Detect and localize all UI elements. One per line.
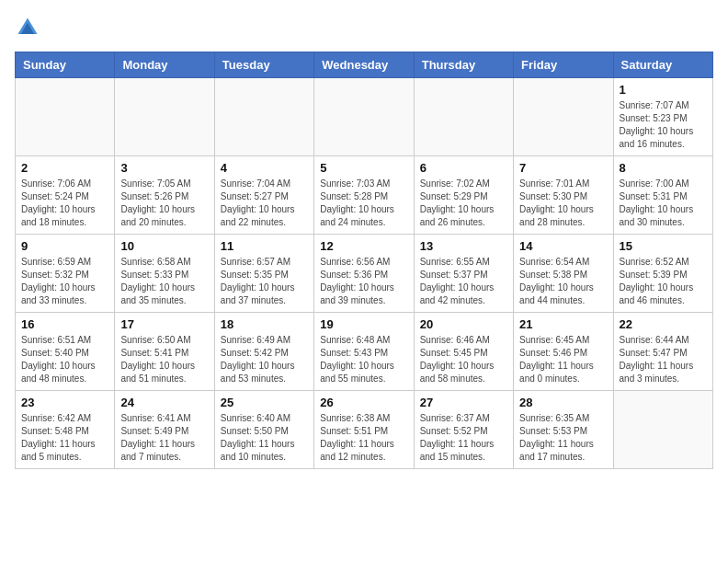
day-info: Sunrise: 6:52 AM Sunset: 5:39 PM Dayligh… [620,256,707,307]
calendar-cell [115,78,214,156]
day-number: 6 [420,161,507,175]
calendar-cell: 21Sunrise: 6:45 AM Sunset: 5:46 PM Dayli… [514,313,613,391]
calendar-cell: 18Sunrise: 6:49 AM Sunset: 5:42 PM Dayli… [214,313,313,391]
weekday-header-monday: Monday [115,52,214,78]
day-info: Sunrise: 6:57 AM Sunset: 5:35 PM Dayligh… [221,256,308,307]
calendar-body: 1Sunrise: 7:07 AM Sunset: 5:23 PM Daylig… [16,78,713,469]
day-info: Sunrise: 6:35 AM Sunset: 5:53 PM Dayligh… [519,412,607,464]
day-info: Sunrise: 6:51 AM Sunset: 5:40 PM Dayligh… [21,334,108,385]
calendar-cell [314,78,414,156]
day-info: Sunrise: 6:48 AM Sunset: 5:43 PM Dayligh… [320,334,407,385]
calendar-cell: 25Sunrise: 6:40 AM Sunset: 5:50 PM Dayli… [214,391,313,469]
day-info: Sunrise: 7:04 AM Sunset: 5:27 PM Dayligh… [221,178,308,229]
week-row-1: 2Sunrise: 7:06 AM Sunset: 5:24 PM Daylig… [16,156,713,235]
day-number: 10 [120,239,208,253]
day-number: 8 [620,161,707,175]
week-row-2: 9Sunrise: 6:59 AM Sunset: 5:32 PM Daylig… [16,235,713,313]
calendar-cell: 7Sunrise: 7:01 AM Sunset: 5:30 PM Daylig… [514,156,613,235]
calendar-cell: 1Sunrise: 7:07 AM Sunset: 5:23 PM Daylig… [613,78,712,156]
day-info: Sunrise: 7:03 AM Sunset: 5:28 PM Dayligh… [320,178,407,229]
day-number: 26 [320,396,407,409]
day-number: 5 [320,161,407,175]
calendar-cell: 16Sunrise: 6:51 AM Sunset: 5:40 PM Dayli… [16,313,115,391]
week-row-0: 1Sunrise: 7:07 AM Sunset: 5:23 PM Daylig… [16,78,713,156]
calendar-cell: 27Sunrise: 6:37 AM Sunset: 5:52 PM Dayli… [414,391,513,469]
calendar-cell [16,78,115,156]
calendar-cell: 4Sunrise: 7:04 AM Sunset: 5:27 PM Daylig… [214,156,313,235]
calendar-cell [214,78,313,156]
day-info: Sunrise: 7:07 AM Sunset: 5:23 PM Dayligh… [620,99,707,151]
day-info: Sunrise: 7:01 AM Sunset: 5:30 PM Dayligh… [519,178,607,229]
day-number: 27 [420,396,507,409]
day-info: Sunrise: 6:37 AM Sunset: 5:52 PM Dayligh… [420,412,507,464]
calendar: SundayMondayTuesdayWednesdayThursdayFrid… [15,52,713,469]
day-number: 23 [21,396,108,409]
calendar-cell: 28Sunrise: 6:35 AM Sunset: 5:53 PM Dayli… [514,391,613,469]
day-info: Sunrise: 7:06 AM Sunset: 5:24 PM Dayligh… [21,178,108,229]
day-number: 16 [21,317,108,331]
day-number: 24 [120,396,208,409]
weekday-header-friday: Friday [514,52,613,78]
weekday-header-thursday: Thursday [414,52,513,78]
day-info: Sunrise: 6:55 AM Sunset: 5:37 PM Dayligh… [420,256,507,307]
day-info: Sunrise: 6:41 AM Sunset: 5:49 PM Dayligh… [120,412,208,464]
calendar-cell: 19Sunrise: 6:48 AM Sunset: 5:43 PM Dayli… [314,313,414,391]
day-number: 14 [519,239,607,253]
day-number: 20 [420,317,507,331]
day-info: Sunrise: 6:54 AM Sunset: 5:38 PM Dayligh… [519,256,607,307]
weekday-header-row: SundayMondayTuesdayWednesdayThursdayFrid… [16,52,713,78]
day-number: 17 [120,317,208,331]
weekday-header-wednesday: Wednesday [314,52,414,78]
logo [15,15,44,40]
calendar-cell: 10Sunrise: 6:58 AM Sunset: 5:33 PM Dayli… [115,235,214,313]
day-number: 28 [519,396,607,409]
day-info: Sunrise: 7:05 AM Sunset: 5:26 PM Dayligh… [120,178,208,229]
day-info: Sunrise: 6:40 AM Sunset: 5:50 PM Dayligh… [221,412,308,464]
calendar-cell: 26Sunrise: 6:38 AM Sunset: 5:51 PM Dayli… [314,391,414,469]
day-number: 9 [21,239,108,253]
day-info: Sunrise: 6:50 AM Sunset: 5:41 PM Dayligh… [120,334,208,385]
calendar-cell: 5Sunrise: 7:03 AM Sunset: 5:28 PM Daylig… [314,156,414,235]
calendar-cell: 14Sunrise: 6:54 AM Sunset: 5:38 PM Dayli… [514,235,613,313]
day-info: Sunrise: 6:58 AM Sunset: 5:33 PM Dayligh… [120,256,208,307]
day-info: Sunrise: 6:46 AM Sunset: 5:45 PM Dayligh… [420,334,507,385]
day-number: 15 [620,239,707,253]
week-row-3: 16Sunrise: 6:51 AM Sunset: 5:40 PM Dayli… [16,313,713,391]
calendar-cell: 6Sunrise: 7:02 AM Sunset: 5:29 PM Daylig… [414,156,513,235]
day-info: Sunrise: 6:42 AM Sunset: 5:48 PM Dayligh… [21,412,108,464]
day-number: 7 [519,161,607,175]
day-info: Sunrise: 6:44 AM Sunset: 5:47 PM Dayligh… [620,334,707,385]
calendar-cell: 23Sunrise: 6:42 AM Sunset: 5:48 PM Dayli… [16,391,115,469]
calendar-cell [613,391,712,469]
day-number: 4 [221,161,308,175]
day-info: Sunrise: 7:00 AM Sunset: 5:31 PM Dayligh… [620,178,707,229]
day-info: Sunrise: 6:49 AM Sunset: 5:42 PM Dayligh… [221,334,308,385]
page-header [15,15,713,40]
calendar-cell: 20Sunrise: 6:46 AM Sunset: 5:45 PM Dayli… [414,313,513,391]
day-info: Sunrise: 6:38 AM Sunset: 5:51 PM Dayligh… [320,412,407,464]
day-number: 18 [221,317,308,331]
week-row-4: 23Sunrise: 6:42 AM Sunset: 5:48 PM Dayli… [16,391,713,469]
day-number: 22 [620,317,707,331]
day-number: 19 [320,317,407,331]
calendar-cell: 12Sunrise: 6:56 AM Sunset: 5:36 PM Dayli… [314,235,414,313]
logo-icon [15,15,40,40]
day-number: 21 [519,317,607,331]
day-info: Sunrise: 7:02 AM Sunset: 5:29 PM Dayligh… [420,178,507,229]
calendar-cell: 8Sunrise: 7:00 AM Sunset: 5:31 PM Daylig… [613,156,712,235]
calendar-cell: 17Sunrise: 6:50 AM Sunset: 5:41 PM Dayli… [115,313,214,391]
weekday-header-sunday: Sunday [16,52,115,78]
day-number: 11 [221,239,308,253]
calendar-cell: 15Sunrise: 6:52 AM Sunset: 5:39 PM Dayli… [613,235,712,313]
calendar-cell: 11Sunrise: 6:57 AM Sunset: 5:35 PM Dayli… [214,235,313,313]
day-number: 3 [120,161,208,175]
calendar-cell: 3Sunrise: 7:05 AM Sunset: 5:26 PM Daylig… [115,156,214,235]
calendar-cell [414,78,513,156]
day-number: 12 [320,239,407,253]
weekday-header-saturday: Saturday [613,52,712,78]
day-number: 25 [221,396,308,409]
day-number: 2 [21,161,108,175]
calendar-cell: 9Sunrise: 6:59 AM Sunset: 5:32 PM Daylig… [16,235,115,313]
calendar-cell: 2Sunrise: 7:06 AM Sunset: 5:24 PM Daylig… [16,156,115,235]
calendar-cell: 24Sunrise: 6:41 AM Sunset: 5:49 PM Dayli… [115,391,214,469]
